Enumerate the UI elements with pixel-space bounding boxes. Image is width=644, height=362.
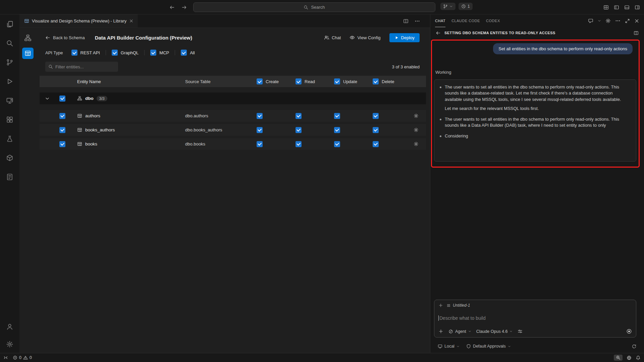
chat-input-box[interactable]: Untitled-1 Describe what to build Agent … (434, 300, 636, 338)
session-count-button[interactable]: 1 (459, 3, 473, 10)
tab-chat[interactable]: CHAT (435, 14, 445, 27)
delete-checkbox[interactable] (373, 127, 379, 133)
model-picker[interactable]: Claude Opus 4.6 (476, 329, 513, 334)
tab-claude-code[interactable]: CLAUDE CODE (451, 14, 480, 27)
remote-indicator-icon[interactable] (3, 355, 8, 360)
chevron-down-icon[interactable] (598, 19, 601, 22)
api-option-rest[interactable]: REST API (71, 50, 100, 56)
tools-sliders-icon[interactable] (518, 329, 523, 334)
create-checkbox[interactable] (257, 127, 263, 133)
close-chat-icon[interactable] (634, 18, 639, 23)
source-table: dbo.authors (180, 113, 253, 118)
notifications-bell-icon[interactable] (636, 355, 641, 360)
toggle-secondary-sidebar-icon[interactable] (635, 5, 640, 10)
expand-chat-icon[interactable] (625, 18, 630, 23)
divider (144, 50, 145, 55)
extensions-icon[interactable] (0, 110, 19, 129)
mcp-label: MCP (159, 50, 169, 55)
environment-picker[interactable]: Local (438, 344, 460, 349)
editor-tab[interactable]: Visualize and Design Schema (Preview) - … (19, 14, 138, 27)
environment-label: Local (444, 344, 454, 349)
rest-api-checkbox[interactable] (71, 50, 77, 56)
open-chat-editor-icon[interactable] (634, 31, 639, 36)
zoom-status-button[interactable] (614, 355, 623, 361)
delete-all-checkbox[interactable] (373, 78, 379, 84)
tab-codex[interactable]: CODEX (486, 14, 500, 27)
sync-progress-icon[interactable] (632, 344, 637, 349)
toggle-panel-icon[interactable] (624, 5, 630, 10)
update-checkbox[interactable] (334, 127, 340, 133)
chat-mode-icon[interactable] (588, 18, 593, 23)
arrow-left-icon (45, 35, 50, 40)
copilot-sessions-button[interactable] (440, 3, 455, 10)
problems-indicator[interactable]: 0 0 (13, 355, 32, 360)
api-option-graphql[interactable]: GraphQL (112, 50, 139, 56)
customize-layout-icon[interactable] (603, 5, 609, 10)
back-to-schema-link[interactable]: Back to Schema (45, 35, 85, 40)
explorer-icon[interactable] (0, 14, 19, 34)
create-checkbox[interactable] (257, 141, 263, 147)
context-file-name: Untitled-1 (453, 303, 470, 308)
create-checkbox[interactable] (257, 113, 263, 119)
approvals-picker[interactable]: Default Approvals (466, 344, 511, 349)
settings-gear-icon[interactable] (0, 336, 19, 353)
api-option-mcp[interactable]: MCP (150, 50, 169, 56)
chat-button[interactable]: Chat (324, 35, 341, 40)
update-checkbox[interactable] (334, 141, 340, 147)
view-config-button[interactable]: View Config (350, 35, 380, 40)
read-all-checkbox[interactable] (296, 78, 302, 84)
read-checkbox[interactable] (296, 113, 302, 119)
language-globe-icon[interactable] (627, 355, 632, 360)
row-checkbox[interactable] (59, 141, 65, 147)
close-tab-icon[interactable] (129, 19, 133, 23)
create-all-checkbox[interactable] (257, 78, 263, 84)
editor-more-actions-icon[interactable] (415, 18, 420, 24)
update-checkbox[interactable] (334, 113, 340, 119)
history-back-icon[interactable] (169, 5, 175, 10)
attach-icon[interactable] (438, 329, 443, 334)
chat-input-placeholder[interactable]: Describe what to build (439, 315, 486, 321)
graphql-checkbox[interactable] (112, 50, 118, 56)
delete-checkbox[interactable] (373, 113, 379, 119)
database-projects-icon[interactable] (0, 148, 19, 167)
run-debug-icon[interactable] (0, 72, 19, 91)
testing-icon[interactable] (0, 129, 19, 148)
history-forward-icon[interactable] (181, 5, 187, 10)
all-checkbox[interactable] (181, 50, 187, 56)
chat-settings-gear-icon[interactable] (605, 18, 611, 23)
back-icon[interactable] (436, 31, 441, 36)
accounts-icon[interactable] (0, 318, 19, 336)
voice-record-button[interactable] (626, 328, 632, 334)
context-chip[interactable]: Untitled-1 (446, 303, 470, 308)
search-view-icon[interactable] (0, 34, 19, 53)
monitor-icon (438, 344, 442, 349)
row-settings-gear-icon[interactable] (414, 141, 419, 146)
deploy-button[interactable]: Deploy (389, 33, 420, 42)
schema-designer-view-button[interactable] (22, 32, 34, 44)
source-control-icon[interactable] (0, 53, 19, 72)
collapse-group-icon[interactable] (45, 96, 50, 101)
read-checkbox[interactable] (296, 127, 302, 133)
row-checkbox[interactable] (59, 113, 65, 119)
filter-entities-input[interactable] (55, 64, 115, 69)
add-context-icon[interactable] (438, 303, 443, 308)
api-option-all[interactable]: All (181, 50, 195, 56)
warning-count: 0 (30, 355, 32, 360)
remote-explorer-icon[interactable] (0, 91, 19, 110)
chevron-down-icon (509, 330, 513, 333)
update-all-checkbox[interactable] (334, 78, 340, 84)
toggle-primary-sidebar-icon[interactable] (614, 5, 619, 10)
dab-config-view-button[interactable] (22, 48, 34, 59)
command-center-search[interactable]: Search (193, 2, 435, 12)
query-results-icon[interactable] (0, 167, 19, 186)
group-checkbox[interactable] (59, 96, 65, 102)
chat-more-actions-icon[interactable] (615, 18, 621, 23)
row-settings-gear-icon[interactable] (414, 127, 419, 132)
row-settings-gear-icon[interactable] (414, 113, 419, 118)
split-editor-icon[interactable] (403, 18, 409, 24)
read-checkbox[interactable] (296, 141, 302, 147)
mcp-checkbox[interactable] (150, 50, 156, 56)
agent-mode-picker[interactable]: Agent (448, 329, 471, 334)
row-checkbox[interactable] (59, 127, 65, 133)
delete-checkbox[interactable] (373, 141, 379, 147)
